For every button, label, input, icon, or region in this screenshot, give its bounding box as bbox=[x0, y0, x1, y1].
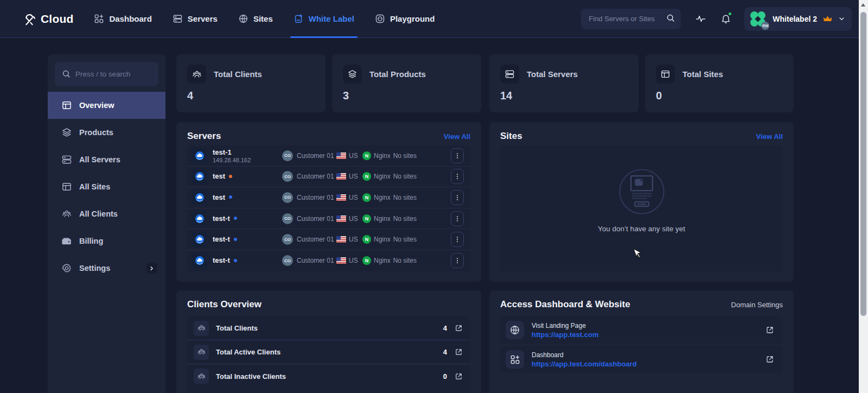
globe-icon bbox=[506, 321, 524, 339]
server-row[interactable]: test-t COCustomer 01 US NNginxNo sites bbox=[187, 208, 470, 230]
customer-name: Customer 01 bbox=[297, 215, 334, 223]
customer-avatar: CO bbox=[282, 213, 293, 224]
scrollbar-thumb[interactable] bbox=[860, 12, 866, 316]
sidebar-item-overview[interactable]: Overview bbox=[48, 92, 165, 119]
server-name[interactable]: test-t bbox=[213, 214, 230, 223]
sidebar-item-all-servers[interactable]: All Servers bbox=[48, 146, 165, 173]
sites-empty-text: You don’t have any site yet bbox=[598, 225, 685, 233]
notifications-bell-icon[interactable] bbox=[720, 13, 731, 24]
layers-icon bbox=[343, 65, 362, 84]
clients-overview-title: Clients Overview bbox=[187, 299, 261, 310]
external-link-icon[interactable] bbox=[765, 355, 774, 364]
server-menu-button[interactable] bbox=[451, 169, 464, 184]
sites-panel-title: Sites bbox=[500, 131, 522, 142]
cloud-provider-icon bbox=[192, 169, 207, 185]
server-region: US bbox=[349, 257, 358, 264]
server-menu-button[interactable] bbox=[451, 253, 464, 268]
server-name[interactable]: test-1 bbox=[213, 148, 232, 156]
server-region: US bbox=[349, 194, 358, 201]
us-flag-icon bbox=[336, 194, 346, 201]
scrollbar[interactable] bbox=[859, 0, 868, 393]
nav-item-playground[interactable]: Playground bbox=[375, 0, 435, 37]
nginx-icon: N bbox=[362, 214, 371, 223]
server-row[interactable]: test COCustomer 01 US NNginxNo sites bbox=[187, 187, 470, 208]
metric-label: Total Clients bbox=[216, 324, 258, 332]
clients-icon bbox=[61, 208, 72, 219]
external-link-icon[interactable] bbox=[455, 324, 463, 332]
server-sites-count: No sites bbox=[393, 152, 417, 160]
stat-value: 0 bbox=[656, 90, 783, 102]
sidebar-item-billing[interactable]: Billing bbox=[48, 227, 165, 255]
server-row[interactable]: test-t COCustomer 01 US NNginxNo sites bbox=[187, 250, 470, 271]
search-icon[interactable] bbox=[666, 13, 675, 23]
server-stack: Nginx bbox=[374, 215, 391, 223]
dashboard-url[interactable]: https://app.test.com/dashboard bbox=[532, 360, 637, 368]
clients-overview-row: Total Active Clients 4 bbox=[187, 340, 470, 364]
wallet-icon bbox=[61, 236, 72, 246]
empty-site-illustration bbox=[616, 166, 667, 217]
sites-view-all-link[interactable]: View All bbox=[756, 132, 783, 141]
us-flag-icon bbox=[336, 257, 346, 264]
servers-view-all-link[interactable]: View All bbox=[444, 132, 470, 141]
external-link-icon[interactable] bbox=[455, 348, 463, 356]
sidebar-item-all-sites[interactable]: All Sites bbox=[48, 173, 165, 200]
top-navbar: Cloud Dashboard Servers Sites White Labe… bbox=[0, 0, 868, 38]
customer-avatar: CO bbox=[282, 150, 293, 161]
domain-settings-link[interactable]: Domain Settings bbox=[731, 301, 783, 309]
server-status-dot bbox=[234, 259, 237, 262]
sidebar-item-products[interactable]: Products bbox=[48, 119, 165, 146]
metric-value: 0 bbox=[443, 372, 447, 381]
stat-label: Total Servers bbox=[527, 69, 578, 79]
nav-item-white-label[interactable]: White Label bbox=[293, 0, 354, 37]
clients-icon bbox=[194, 345, 209, 360]
server-menu-button[interactable] bbox=[451, 232, 464, 247]
server-stack: Nginx bbox=[374, 236, 391, 243]
sidebar-item-settings[interactable]: Settings bbox=[48, 255, 165, 282]
server-menu-button[interactable] bbox=[451, 190, 464, 205]
server-name[interactable]: test-t bbox=[213, 256, 230, 264]
stat-label: Total Clients bbox=[214, 69, 262, 79]
xcloud-logo-icon bbox=[22, 12, 37, 26]
nav-label: White Label bbox=[309, 14, 354, 23]
landing-page-url[interactable]: https://app.test.com bbox=[532, 331, 599, 339]
main-nav: Dashboard Servers Sites White Label Play… bbox=[94, 0, 435, 37]
clients-icon bbox=[187, 65, 206, 84]
brand-name: Cloud bbox=[41, 12, 73, 26]
us-flag-icon bbox=[336, 236, 346, 243]
nav-label: Playground bbox=[390, 14, 435, 23]
activity-pulse-icon[interactable] bbox=[695, 13, 706, 24]
nginx-icon: N bbox=[362, 235, 371, 244]
external-link-icon[interactable] bbox=[455, 372, 463, 381]
external-link-icon[interactable] bbox=[765, 326, 774, 334]
customer-name: Customer 01 bbox=[297, 152, 334, 160]
chevron-right-icon[interactable] bbox=[146, 263, 157, 274]
user-menu[interactable]: RM Whitelabel 2 bbox=[744, 7, 852, 31]
sidebar-item-all-clients[interactable]: All Clients bbox=[48, 200, 165, 227]
metric-label: Total Active Clients bbox=[216, 348, 280, 356]
sidebar-item-label: Overview bbox=[79, 101, 114, 110]
nginx-icon: N bbox=[362, 256, 371, 265]
server-row[interactable]: test-1149.28.48.162 COCustomer 01 US NNg… bbox=[187, 145, 470, 167]
nav-item-dashboard[interactable]: Dashboard bbox=[94, 0, 151, 37]
customer-avatar: CO bbox=[282, 234, 293, 245]
server-row[interactable]: test-t COCustomer 01 US NNginxNo sites bbox=[187, 229, 470, 250]
avatar: RM bbox=[749, 10, 767, 28]
servers-list: test-1149.28.48.162 COCustomer 01 US NNg… bbox=[187, 145, 470, 271]
server-menu-button[interactable] bbox=[451, 211, 464, 226]
nav-label: Dashboard bbox=[109, 14, 151, 23]
server-menu-button[interactable] bbox=[451, 148, 464, 163]
brand-logo[interactable]: Cloud bbox=[22, 12, 73, 26]
servers-panel: Servers View All test-1149.28.48.162 COC… bbox=[176, 122, 481, 282]
server-row[interactable]: test COCustomer 01 US NNginxNo sites bbox=[187, 167, 470, 188]
us-flag-icon bbox=[336, 173, 346, 180]
scroll-up-arrow-icon[interactable] bbox=[861, 3, 865, 7]
server-name[interactable]: test bbox=[213, 172, 225, 180]
stat-label: Total Sites bbox=[682, 69, 723, 79]
server-name[interactable]: test bbox=[213, 193, 225, 201]
whitelabel-dashboard-page: Cloud Dashboard Servers Sites White Labe… bbox=[0, 0, 868, 393]
sidebar-item-label: Products bbox=[79, 128, 113, 137]
nav-item-servers[interactable]: Servers bbox=[173, 0, 218, 37]
server-name[interactable]: test-t bbox=[213, 235, 230, 243]
nav-item-sites[interactable]: Sites bbox=[238, 0, 273, 37]
nav-label: Servers bbox=[188, 14, 218, 23]
